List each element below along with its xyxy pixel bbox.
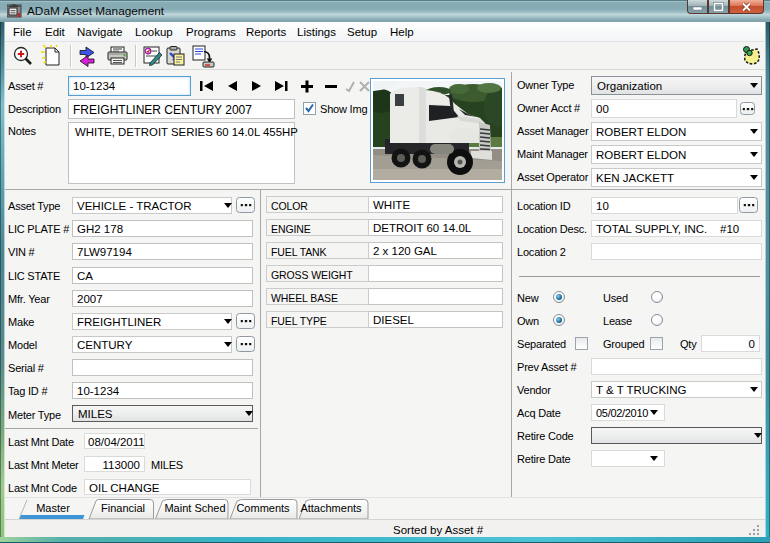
svg-text:Comments: Comments: [236, 502, 290, 514]
svg-text:Attachments: Attachments: [300, 502, 362, 514]
svg-text:Financial: Financial: [101, 502, 145, 514]
svg-text:Maint Sched: Maint Sched: [164, 502, 225, 514]
svg-text:Master: Master: [36, 502, 70, 514]
